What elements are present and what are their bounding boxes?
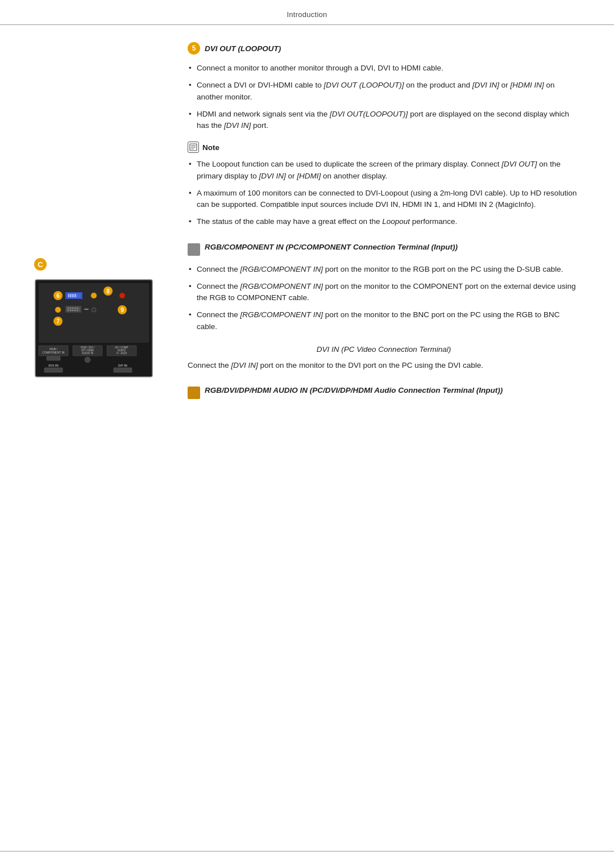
svg-point-11 bbox=[91, 293, 97, 298]
svg-text:9: 9 bbox=[121, 307, 124, 313]
italic-text: [RGB/COMPONENT IN] bbox=[240, 310, 323, 319]
svg-point-15 bbox=[55, 307, 61, 313]
svg-text:6: 6 bbox=[56, 293, 60, 299]
rgb-badge bbox=[188, 243, 200, 256]
svg-text:8: 8 bbox=[106, 288, 110, 294]
svg-point-21 bbox=[74, 308, 76, 309]
italic-text: [DVI OUT (LOOPOUT)] bbox=[324, 81, 404, 89]
svg-point-14 bbox=[119, 293, 125, 298]
section5-title: DVI OUT (LOOPOUT) bbox=[205, 44, 281, 53]
note-bullet-text: A maximum of 100 monitors can be connect… bbox=[197, 189, 577, 209]
left-column: C 6 bbox=[34, 42, 182, 407]
dvi-section-text: Connect the [DVI IN] port on the monitor… bbox=[188, 360, 580, 371]
italic-text: [HDMI] bbox=[297, 172, 321, 180]
audio-badge bbox=[188, 387, 200, 399]
italic-text: [DVI IN] bbox=[224, 121, 251, 130]
section5-badge: 5 bbox=[188, 42, 200, 55]
note-bullet-item: A maximum of 100 monitors can be connect… bbox=[188, 188, 580, 211]
svg-rect-48 bbox=[44, 368, 63, 372]
svg-point-26 bbox=[74, 310, 76, 311]
note-icon bbox=[188, 142, 199, 153]
note-label: Note bbox=[202, 143, 219, 152]
rgb-bullet-text: Connect the [RGB/COMPONENT IN] port on t… bbox=[197, 265, 563, 273]
rgb-bullet-item: Connect the [RGB/COMPONENT IN] port on t… bbox=[188, 309, 580, 333]
svg-text:7: 7 bbox=[56, 318, 60, 325]
rgb-bullet-text: Connect the [RGB/COMPONENT IN] port on t… bbox=[197, 282, 576, 302]
svg-rect-37 bbox=[47, 356, 60, 360]
note-bullet-text: The status of the cable may have a great… bbox=[197, 217, 457, 226]
monitor-illustration: 6 8 bbox=[34, 279, 171, 380]
svg-text:DP IN: DP IN bbox=[118, 364, 127, 367]
rgb-bullet-item: Connect the [RGB/COMPONENT IN] port on t… bbox=[188, 281, 580, 304]
audio-section-title: RGB/DVI/DP/HDMI AUDIO IN (PC/DVI/DP/HDMI… bbox=[205, 386, 503, 394]
rgb-section-title: RGB/COMPONENT IN (PC/COMPONENT Connectio… bbox=[205, 243, 458, 251]
svg-point-18 bbox=[68, 308, 69, 309]
bullet-item: Connect a DVI or DVI-HDMI cable to [DVI … bbox=[188, 80, 580, 103]
svg-point-42 bbox=[85, 357, 90, 363]
svg-point-22 bbox=[77, 308, 78, 309]
note-heading: Note bbox=[188, 142, 580, 153]
right-column: 5 DVI OUT (LOOPOUT) Connect a monitor to… bbox=[182, 42, 580, 407]
page: Introduction C 6 bbox=[0, 0, 614, 868]
note-bullet-item: The Loopout function can be used to dupl… bbox=[188, 159, 580, 182]
dvi-in-section: DVI IN (PC Video Connection Terminal) Co… bbox=[188, 344, 580, 372]
section5-heading: 5 DVI OUT (LOOPOUT) bbox=[188, 42, 580, 55]
svg-point-25 bbox=[72, 310, 73, 311]
italic-text: [DVI OUT(LOOPOUT)] bbox=[330, 110, 408, 118]
italic-text: [RGB/COMPONENT IN] bbox=[240, 265, 323, 273]
dvi-title-italic: DVI IN (PC Video Connection Terminal) bbox=[317, 345, 451, 354]
svg-point-20 bbox=[72, 308, 73, 309]
main-content: C 6 bbox=[0, 25, 614, 430]
italic-text: [DVI IN] bbox=[472, 81, 499, 89]
note-bullet-text: The Loopout function can be used to dupl… bbox=[197, 160, 561, 180]
svg-rect-50 bbox=[114, 368, 132, 372]
note-bullets: The Loopout function can be used to dupl… bbox=[188, 159, 580, 227]
rgb-section-heading: RGB/COMPONENT IN (PC/COMPONENT Connectio… bbox=[188, 243, 580, 256]
rgb-bullets: Connect the [RGB/COMPONENT IN] port on t… bbox=[188, 264, 580, 333]
svg-point-29 bbox=[92, 308, 96, 312]
pencil-icon bbox=[189, 143, 197, 151]
svg-text:O - AUDI: O - AUDI bbox=[117, 352, 127, 355]
svg-text:AUDIO IN: AUDIO IN bbox=[82, 352, 93, 355]
svg-text:COMPONENT IN: COMPONENT IN bbox=[43, 351, 65, 354]
note-bullet-item: The status of the cable may have a great… bbox=[188, 216, 580, 227]
footer bbox=[0, 851, 614, 868]
svg-point-27 bbox=[77, 310, 78, 311]
italic-text: [RGB/COMPONENT IN] bbox=[240, 282, 323, 290]
rgb-bullet-item: Connect the [RGB/COMPONENT IN] port on t… bbox=[188, 264, 580, 275]
italic-text: [HDMI IN] bbox=[510, 81, 544, 89]
svg-rect-7 bbox=[70, 294, 71, 297]
svg-rect-10 bbox=[75, 294, 76, 297]
svg-rect-9 bbox=[73, 294, 74, 297]
bullet-text: HDMI and network signals sent via the [D… bbox=[197, 110, 569, 130]
rgb-bullet-text: Connect the [RGB/COMPONENT IN] port on t… bbox=[197, 310, 560, 330]
bullet-item: Connect a monitor to another monitor thr… bbox=[188, 63, 580, 74]
svg-point-24 bbox=[70, 310, 71, 311]
svg-point-19 bbox=[70, 308, 71, 309]
italic-text: Loopout bbox=[382, 217, 410, 226]
bullet-text: Connect a DVI or DVI-HDMI cable to [DVI … bbox=[197, 81, 555, 101]
svg-point-23 bbox=[68, 310, 69, 311]
italic-text: [DVI IN] bbox=[259, 172, 286, 180]
svg-rect-28 bbox=[84, 309, 89, 310]
italic-text: [DVI IN] bbox=[231, 361, 258, 369]
note-box: Note The Loopout function can be used to… bbox=[188, 142, 580, 227]
svg-text:DVI IN: DVI IN bbox=[48, 364, 59, 367]
section5-bullets: Connect a monitor to another monitor thr… bbox=[188, 63, 580, 131]
svg-rect-6 bbox=[68, 294, 69, 297]
left-c-badge: C bbox=[34, 258, 47, 271]
header-title: Introduction bbox=[287, 10, 327, 19]
bullet-item: HDMI and network signals sent via the [D… bbox=[188, 109, 580, 132]
monitor-svg: 6 8 bbox=[34, 279, 154, 378]
dvi-section-title: DVI IN (PC Video Connection Terminal) bbox=[188, 344, 580, 355]
svg-rect-8 bbox=[72, 294, 73, 297]
bullet-text: Connect a monitor to another monitor thr… bbox=[197, 64, 443, 72]
header: Introduction bbox=[0, 0, 614, 25]
audio-section-heading: RGB/DVI/DP/HDMI AUDIO IN (PC/DVI/DP/HDMI… bbox=[188, 386, 580, 399]
italic-text: [DVI OUT] bbox=[501, 160, 537, 168]
